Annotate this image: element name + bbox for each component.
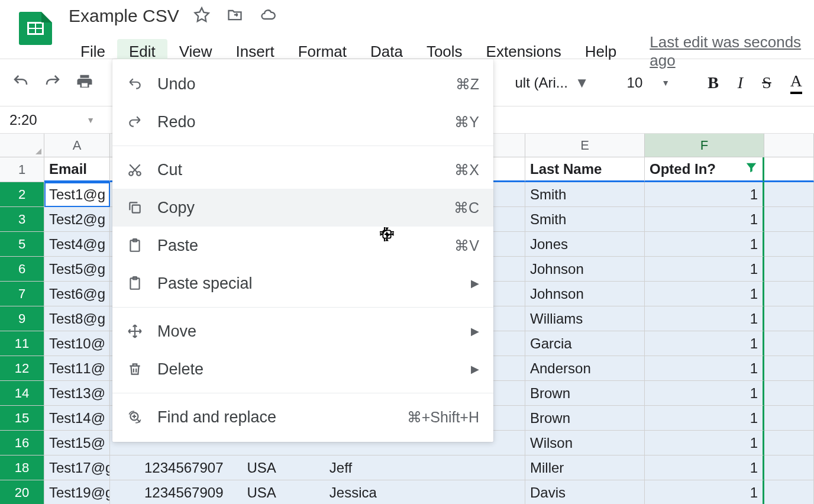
cell[interactable] <box>764 257 814 282</box>
cell[interactable] <box>764 157 814 182</box>
cell[interactable] <box>764 431 814 455</box>
strikethrough-button[interactable]: S <box>762 73 771 92</box>
cell[interactable] <box>764 381 814 406</box>
cell[interactable]: Wilson <box>525 431 645 455</box>
row-header[interactable]: 18 <box>0 455 44 480</box>
cell[interactable] <box>764 282 814 306</box>
cell[interactable]: Brown <box>525 381 645 406</box>
star-icon[interactable] <box>193 7 210 25</box>
column-header-a[interactable]: A <box>44 134 110 157</box>
cell[interactable]: Test14@ <box>44 406 110 431</box>
cell[interactable] <box>764 356 814 381</box>
row-header[interactable]: 9 <box>0 306 44 331</box>
cell[interactable]: Anderson <box>525 356 645 381</box>
cell[interactable]: 1 <box>645 381 764 406</box>
font-size-selector[interactable]: 10 ▼ <box>627 75 670 91</box>
cell[interactable]: Test6@g <box>44 282 110 306</box>
cell[interactable]: Johnson <box>525 257 645 282</box>
cell[interactable]: 1 <box>645 282 764 306</box>
cell[interactable]: Test8@g <box>44 306 110 331</box>
cell[interactable] <box>764 455 814 480</box>
cell[interactable]: 1 <box>645 331 764 356</box>
cell[interactable]: Test10@ <box>44 331 110 356</box>
menu-item-copy[interactable]: Copy⌘C <box>112 189 493 227</box>
undo-icon[interactable] <box>12 73 30 93</box>
font-selector[interactable]: ult (Ari... ▼ <box>515 75 589 91</box>
row-header[interactable]: 15 <box>0 406 44 431</box>
cell[interactable]: 1 <box>645 232 764 257</box>
row-header[interactable]: 20 <box>0 480 44 504</box>
cell[interactable]: 1 <box>645 431 764 455</box>
cell[interactable]: 1 <box>645 182 764 207</box>
menu-item-move[interactable]: Move▶ <box>112 312 493 350</box>
cell[interactable]: Test1@g <box>44 182 110 207</box>
menu-item-cut[interactable]: Cut⌘X <box>112 151 493 189</box>
menu-item-delete[interactable]: Delete▶ <box>112 350 493 388</box>
cell[interactable]: Smith <box>525 207 645 232</box>
text-color-button[interactable]: A <box>790 72 802 94</box>
cell[interactable]: Davis <box>525 480 645 504</box>
cell[interactable] <box>764 306 814 331</box>
cell[interactable]: 1 <box>645 356 764 381</box>
select-all-corner[interactable] <box>0 134 44 157</box>
cell[interactable]: Test2@g <box>44 207 110 232</box>
redo-icon[interactable] <box>44 73 62 93</box>
cell[interactable]: Williams <box>525 306 645 331</box>
cell[interactable]: 1 <box>645 257 764 282</box>
document-title[interactable]: Example CSV <box>69 6 179 26</box>
cell[interactable]: Test5@g <box>44 257 110 282</box>
cell[interactable]: Test13@ <box>44 381 110 406</box>
cell[interactable]: Test19@gmail.c <box>44 480 110 504</box>
cell[interactable]: Test17@gmail.c <box>44 455 110 480</box>
cell[interactable] <box>764 182 814 207</box>
cell[interactable]: 1 <box>645 455 764 480</box>
cell[interactable]: Opted In? <box>645 157 764 182</box>
cell[interactable]: Jones <box>525 232 645 257</box>
menu-item-paste-special[interactable]: Paste special▶ <box>112 264 493 302</box>
cell[interactable] <box>764 207 814 232</box>
cell[interactable]: Miller <box>525 455 645 480</box>
cell[interactable]: Smith <box>525 182 645 207</box>
italic-button[interactable]: I <box>738 73 743 92</box>
row-header[interactable]: 2 <box>0 182 44 207</box>
cell[interactable] <box>764 480 814 504</box>
cell[interactable]: 1 <box>645 480 764 504</box>
cloud-icon[interactable] <box>260 7 276 25</box>
menu-item-undo[interactable]: Undo⌘Z <box>112 65 493 103</box>
move-folder-icon[interactable] <box>227 7 243 25</box>
row-header[interactable]: 7 <box>0 282 44 306</box>
cell[interactable]: Test4@g <box>44 232 110 257</box>
cell[interactable]: Brown <box>525 406 645 431</box>
filter-icon[interactable] <box>745 161 758 177</box>
row-header[interactable]: 5 <box>0 232 44 257</box>
row-header[interactable]: 6 <box>0 257 44 282</box>
menu-item-redo[interactable]: Redo⌘Y <box>112 103 493 141</box>
row-header[interactable]: 3 <box>0 207 44 232</box>
column-header-rest[interactable] <box>764 134 814 157</box>
name-box[interactable]: 2:20 ▼ <box>5 112 99 128</box>
sheets-logo[interactable] <box>19 12 52 45</box>
menu-item-find-and-replace[interactable]: Find and replace⌘+Shift+H <box>112 398 493 436</box>
cell[interactable]: Last Name <box>525 157 645 182</box>
menu-item-paste[interactable]: Paste⌘V <box>112 227 493 264</box>
cell[interactable] <box>764 406 814 431</box>
column-header-f[interactable]: F <box>645 134 764 157</box>
cell[interactable] <box>764 232 814 257</box>
cell[interactable]: Email <box>44 157 110 182</box>
row-header[interactable]: 11 <box>0 331 44 356</box>
cell[interactable]: 1 <box>645 306 764 331</box>
column-header-e[interactable]: E <box>525 134 645 157</box>
row-header[interactable]: 16 <box>0 431 44 455</box>
cell[interactable] <box>764 331 814 356</box>
cell[interactable]: 1 <box>645 207 764 232</box>
cell[interactable]: Johnson <box>525 282 645 306</box>
print-icon[interactable] <box>76 73 93 93</box>
row-header[interactable]: 12 <box>0 356 44 381</box>
cell[interactable]: Test11@ <box>44 356 110 381</box>
row-header[interactable]: 14 <box>0 381 44 406</box>
cell[interactable]: 1 <box>645 406 764 431</box>
row-header[interactable]: 1 <box>0 157 44 182</box>
cell[interactable]: Garcia <box>525 331 645 356</box>
bold-button[interactable]: B <box>708 73 719 92</box>
cell[interactable]: Test15@ <box>44 431 110 455</box>
